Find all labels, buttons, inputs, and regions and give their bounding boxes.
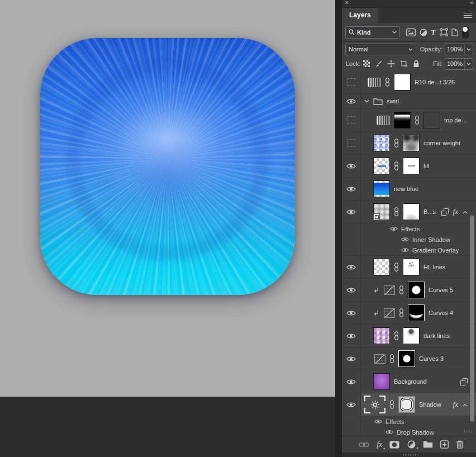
adjustment-layer-filter-icon[interactable] bbox=[420, 28, 427, 36]
layer-mask-thumbnail[interactable] bbox=[403, 327, 420, 344]
layer-styles-button[interactable]: fx▾ bbox=[377, 440, 382, 449]
shape-layer-filter-icon[interactable] bbox=[440, 28, 448, 36]
pixel-layer-filter-icon[interactable] bbox=[406, 28, 416, 36]
layer-mask-thumbnail[interactable] bbox=[403, 135, 420, 151]
vector-mask-thumbnail[interactable] bbox=[398, 396, 415, 413]
layer-row[interactable]: Shadowfx bbox=[342, 393, 476, 416]
fill-dropdown-chevron[interactable] bbox=[464, 59, 473, 69]
layer-mask-thumbnail[interactable] bbox=[394, 74, 411, 91]
filter-kind-dropdown[interactable]: Kind bbox=[345, 26, 400, 39]
layer-thumbnail[interactable] bbox=[373, 158, 390, 174]
opacity-field[interactable]: 100% bbox=[445, 44, 473, 55]
visibility-toggle[interactable] bbox=[342, 256, 361, 278]
link-layers-button[interactable] bbox=[359, 442, 369, 448]
document-canvas[interactable] bbox=[0, 0, 335, 397]
visibility-toggle[interactable] bbox=[342, 279, 361, 301]
visibility-toggle[interactable] bbox=[342, 393, 361, 416]
layer-name[interactable]: Curves 5 bbox=[429, 287, 453, 293]
layer-name[interactable]: fill bbox=[423, 163, 429, 169]
smart-object-thumbnail[interactable] bbox=[364, 396, 385, 413]
visibility-toggle[interactable] bbox=[342, 370, 361, 393]
effect-visibility-toggle[interactable] bbox=[401, 247, 409, 254]
visibility-toggle[interactable] bbox=[342, 302, 361, 324]
delete-layer-button[interactable] bbox=[456, 440, 464, 449]
layer-thumbnail[interactable] bbox=[373, 135, 390, 151]
layer-row[interactable]: Curves 3 bbox=[342, 347, 476, 370]
layer-name[interactable]: Background bbox=[394, 378, 427, 385]
effect-row[interactable]: Drop Shadow bbox=[342, 427, 476, 436]
layer-thumbnail[interactable] bbox=[373, 327, 390, 344]
layer-name[interactable]: Shadow bbox=[419, 401, 441, 408]
visibility-toggle[interactable] bbox=[342, 178, 361, 200]
visibility-toggle[interactable] bbox=[342, 71, 361, 93]
layer-mask-thumbnail[interactable] bbox=[408, 282, 425, 298]
smart-object-filter-icon[interactable] bbox=[451, 28, 458, 36]
effect-visibility-toggle[interactable] bbox=[374, 418, 382, 425]
blend-mode-dropdown[interactable]: Normal bbox=[345, 44, 416, 55]
layer-row[interactable]: HL lines bbox=[342, 256, 476, 279]
effect-row[interactable]: Inner Shadow bbox=[342, 234, 476, 245]
layer-mask-thumbnail[interactable] bbox=[403, 259, 420, 275]
type-layer-filter-icon[interactable]: T bbox=[431, 28, 436, 37]
layer-name[interactable]: HL lines bbox=[423, 264, 445, 270]
lock-transparency-icon[interactable] bbox=[363, 60, 370, 67]
blue-app-icon-artwork[interactable] bbox=[40, 38, 295, 295]
fx-badge[interactable]: fx bbox=[453, 207, 458, 216]
layer-row[interactable]: fill bbox=[342, 155, 476, 178]
layer-name[interactable]: dark lines bbox=[423, 332, 450, 339]
lock-artboard-icon[interactable] bbox=[400, 60, 408, 68]
visibility-toggle[interactable] bbox=[342, 155, 361, 177]
layer-thumbnail[interactable] bbox=[373, 259, 390, 275]
effect-visibility-toggle[interactable] bbox=[390, 226, 398, 232]
fx-badge[interactable]: fx bbox=[453, 400, 458, 409]
scrollbar-thumb[interactable] bbox=[470, 215, 474, 422]
new-layer-button[interactable] bbox=[440, 440, 449, 449]
visibility-toggle[interactable] bbox=[342, 347, 361, 370]
collapse-effects-chevron-icon[interactable] bbox=[463, 211, 468, 214]
layer-name[interactable]: Curves 3 bbox=[419, 355, 444, 362]
hidden-visibility-checkbox[interactable] bbox=[348, 116, 355, 124]
collapse-effects-toggle[interactable] bbox=[463, 401, 468, 408]
tab-layers[interactable]: Layers bbox=[342, 8, 378, 23]
layer-mask-thumbnail[interactable] bbox=[403, 158, 420, 174]
opacity-dropdown-chevron[interactable] bbox=[464, 44, 473, 55]
fill-field[interactable]: 100% bbox=[445, 58, 473, 70]
fill-value[interactable]: 100% bbox=[445, 60, 464, 67]
visibility-toggle[interactable] bbox=[342, 94, 361, 108]
effect-row[interactable]: Effects bbox=[342, 416, 476, 427]
layer-name[interactable]: Curves 4 bbox=[429, 310, 453, 316]
close-panel-icon[interactable]: ✕ bbox=[345, 0, 349, 6]
layer-mask-thumbnail[interactable] bbox=[398, 350, 415, 367]
lock-all-icon[interactable] bbox=[413, 60, 420, 68]
layer-name[interactable]: corner weight bbox=[423, 140, 460, 146]
layer-name[interactable]: top desat bbox=[444, 117, 468, 123]
new-adjustment-layer-button[interactable]: ▾ bbox=[407, 440, 416, 449]
layer-row[interactable]: corner weight bbox=[342, 132, 476, 155]
effect-visibility-toggle[interactable] bbox=[401, 236, 409, 243]
layer-row[interactable]: new blue bbox=[342, 178, 476, 201]
group-expand-chevron-icon[interactable] bbox=[364, 99, 369, 103]
panel-resize-strip[interactable] bbox=[342, 453, 476, 457]
new-group-button[interactable] bbox=[423, 441, 433, 448]
opacity-value[interactable]: 100% bbox=[445, 46, 464, 53]
layer-row[interactable]: B...sfx bbox=[342, 201, 476, 223]
layer-row[interactable]: top desat bbox=[342, 109, 476, 132]
collapse-effects-toggle[interactable] bbox=[463, 208, 468, 215]
add-layer-mask-button[interactable] bbox=[389, 441, 399, 449]
layer-row[interactable]: Curves 5 bbox=[342, 279, 476, 302]
layer-mask-thumbnail[interactable] bbox=[423, 112, 440, 128]
visibility-toggle[interactable] bbox=[342, 109, 361, 131]
visibility-toggle[interactable] bbox=[342, 201, 361, 223]
panel-menu-icon[interactable] bbox=[464, 13, 472, 18]
filtering-toggle[interactable] bbox=[462, 26, 469, 39]
lock-position-icon[interactable] bbox=[387, 60, 395, 68]
hidden-visibility-checkbox[interactable] bbox=[348, 139, 355, 147]
hidden-visibility-checkbox[interactable] bbox=[348, 78, 355, 86]
layer-mask-thumbnail[interactable] bbox=[408, 304, 425, 321]
layer-thumbnail[interactable] bbox=[394, 112, 411, 128]
layer-thumbnail[interactable] bbox=[373, 373, 390, 390]
layer-row[interactable]: Background bbox=[342, 370, 476, 393]
visibility-toggle[interactable] bbox=[342, 325, 361, 347]
layer-thumbnail[interactable] bbox=[373, 180, 390, 197]
layer-row[interactable]: dark lines bbox=[342, 325, 476, 347]
